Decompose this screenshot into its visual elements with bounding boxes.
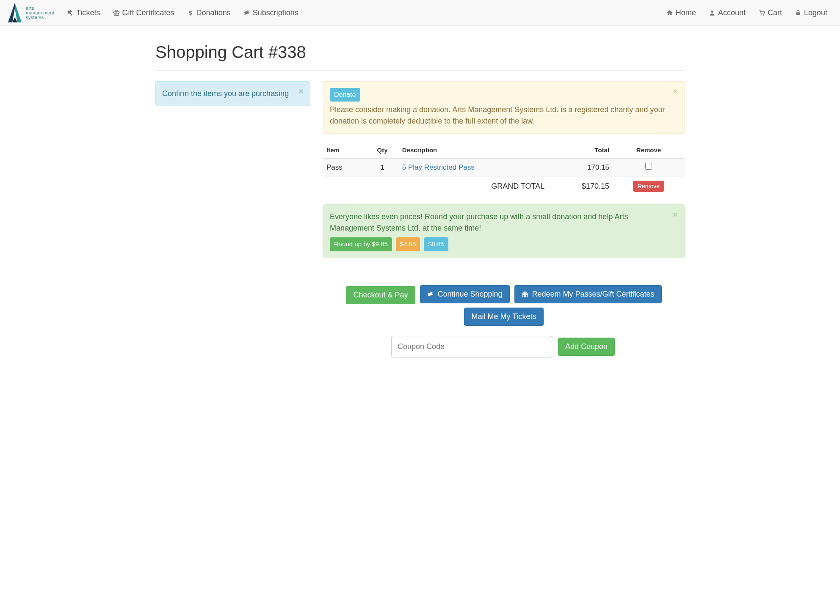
navbar: arts management systems Tickets Gift Cer… xyxy=(0,0,840,26)
grand-total: $170.15 xyxy=(548,176,613,196)
roundup-text: Everyone likes even prices! Round your p… xyxy=(330,212,628,232)
roundup-button-2[interactable]: $4.85 xyxy=(396,237,420,251)
tickets-icon xyxy=(243,9,250,16)
logo-icon xyxy=(6,2,23,23)
th-remove: Remove xyxy=(613,142,685,158)
remove-checkbox[interactable] xyxy=(645,163,652,170)
nav-account[interactable]: Account xyxy=(702,2,752,24)
roundup-button-3[interactable]: $0.85 xyxy=(424,237,448,251)
svg-point-4 xyxy=(711,11,713,13)
home-icon xyxy=(666,9,673,16)
page-title: Shopping Cart #338 xyxy=(155,43,685,62)
roundup-alert: × Everyone likes even prices! Round your… xyxy=(323,204,685,258)
nav-subscriptions[interactable]: Subscriptions xyxy=(237,2,305,24)
mail-tickets-button[interactable]: Mail Me My Tickets xyxy=(464,308,543,326)
cell-desc: 5 Play Restricted Pass xyxy=(399,158,548,176)
th-item: Item xyxy=(323,142,366,158)
gift-icon xyxy=(522,291,528,297)
th-desc: Description xyxy=(399,142,548,158)
close-icon[interactable]: × xyxy=(298,87,304,96)
dollar-icon: $ xyxy=(187,9,194,16)
donate-alert: × Donate Please consider making a donati… xyxy=(323,81,685,134)
svg-point-6 xyxy=(763,14,764,16)
brand-link[interactable]: arts management systems xyxy=(6,0,61,25)
nav-tickets[interactable]: Tickets xyxy=(61,2,106,24)
item-link[interactable]: 5 Play Restricted Pass xyxy=(402,163,475,171)
user-icon xyxy=(709,9,716,16)
close-icon[interactable]: × xyxy=(673,210,678,219)
nav-donations[interactable]: $ Donations xyxy=(181,2,237,24)
remove-button[interactable]: Remove xyxy=(633,181,664,192)
th-qty: Qty xyxy=(366,142,398,158)
cell-remove xyxy=(613,158,685,176)
svg-text:$: $ xyxy=(189,10,192,16)
nav-cart[interactable]: Cart xyxy=(752,2,788,24)
action-buttons: Checkout & Pay Continue Shopping Redeem … xyxy=(323,283,685,358)
cart-icon xyxy=(758,9,765,16)
grand-label: GRAND TOTAL xyxy=(399,176,548,196)
donate-text: Please consider making a donation. Arts … xyxy=(330,105,665,125)
grand-total-row: GRAND TOTAL $170.15 Remove xyxy=(323,176,685,196)
table-row: Pass 1 5 Play Restricted Pass 170.15 xyxy=(323,158,685,176)
coupon-input[interactable] xyxy=(391,336,552,358)
add-coupon-button[interactable]: Add Coupon xyxy=(558,338,615,356)
svg-rect-7 xyxy=(796,12,800,15)
th-total: Total xyxy=(548,142,613,158)
cell-item: Pass xyxy=(323,158,366,176)
close-icon[interactable]: × xyxy=(673,87,678,96)
brand-text: arts management systems xyxy=(26,6,54,20)
svg-point-5 xyxy=(760,14,762,16)
confirm-alert: × Confirm the items you are purchasing xyxy=(155,81,310,106)
cell-qty: 1 xyxy=(366,158,398,176)
checkout-button[interactable]: Checkout & Pay xyxy=(346,286,415,304)
ticket-icon xyxy=(67,9,74,16)
gift-icon xyxy=(113,9,120,16)
nav-gift-certificates[interactable]: Gift Certificates xyxy=(107,2,181,24)
cart-table: Item Qty Description Total Remove Pass 1… xyxy=(323,142,685,196)
cell-total: 170.15 xyxy=(548,158,613,176)
confirm-alert-text: Confirm the items you are purchasing xyxy=(162,89,289,98)
redeem-button[interactable]: Redeem My Passes/Gift Certificates xyxy=(514,285,661,303)
donate-button[interactable]: Donate xyxy=(330,88,360,102)
nav-logout[interactable]: Logout xyxy=(788,2,834,24)
nav-home[interactable]: Home xyxy=(660,2,702,24)
divider xyxy=(155,70,685,71)
continue-shopping-button[interactable]: Continue Shopping xyxy=(420,285,509,303)
ticket-icon xyxy=(427,291,434,297)
lock-icon xyxy=(795,9,801,16)
roundup-button-1[interactable]: Round up by $9.85 xyxy=(330,237,392,251)
